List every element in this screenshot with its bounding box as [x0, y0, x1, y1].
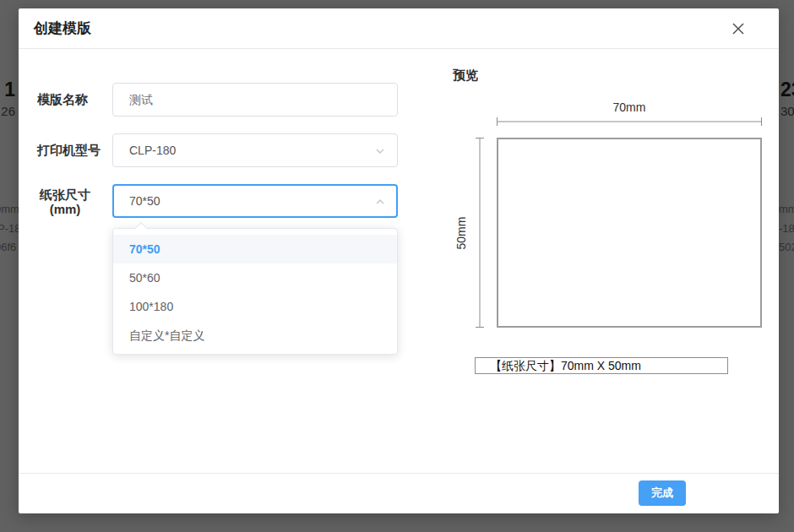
dropdown-option-custom[interactable]: 自定义*自定义 [113, 321, 397, 350]
paper-height-label-wrap: 50mm [454, 138, 468, 328]
paper-size-caption: 【纸张尺寸】70mm X 50mm [475, 357, 728, 374]
printer-model-select[interactable]: CLP-180 [112, 133, 398, 167]
chevron-down-icon [375, 146, 385, 156]
paper-size-label: 纸张尺寸 (mm) [35, 187, 95, 216]
modal-header: 创建模版 [19, 8, 779, 49]
dropdown-option-50x60[interactable]: 50*60 [113, 263, 397, 292]
horizontal-measure-line [497, 117, 762, 126]
chevron-up-icon [375, 197, 385, 207]
screen: 1 26 0mm P-18 06f6 23 30 mm -18 502 创建模版 [0, 0, 794, 532]
template-name-field[interactable] [112, 83, 398, 117]
paper-preview-rect [497, 138, 762, 328]
dropdown-option-70x50[interactable]: 70*50 [113, 235, 397, 263]
paper-size-select[interactable]: 70*50 [112, 184, 398, 218]
template-name-input[interactable] [129, 85, 374, 116]
create-template-modal: 创建模版 模版名称 打印机型号 CLP-180 [19, 8, 779, 513]
vertical-measure-line [476, 138, 484, 328]
preview-heading: 预览 [453, 68, 478, 84]
printer-model-label: 打印机型号 [37, 133, 101, 167]
close-icon [731, 24, 745, 38]
done-button[interactable]: 完成 [639, 480, 686, 506]
template-name-label: 模版名称 [37, 83, 88, 117]
paper-height-label: 50mm [454, 216, 468, 249]
paper-size-label-line2: (mm) [35, 202, 95, 216]
modal-footer: 完成 [19, 473, 779, 513]
close-button[interactable] [731, 22, 745, 35]
paper-size-dropdown: 70*50 50*60 100*180 自定义*自定义 [112, 228, 398, 355]
paper-size-value: 70*50 [129, 194, 160, 208]
paper-width-label: 70mm [497, 100, 762, 114]
printer-model-value: CLP-180 [129, 144, 176, 157]
dropdown-option-100x180[interactable]: 100*180 [113, 292, 397, 321]
modal-title: 创建模版 [34, 19, 91, 38]
paper-size-label-line1: 纸张尺寸 [35, 187, 95, 202]
